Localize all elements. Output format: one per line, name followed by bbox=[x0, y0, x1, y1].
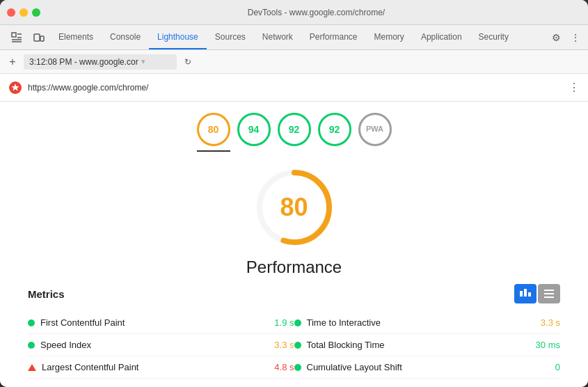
svg-rect-0 bbox=[12, 33, 16, 37]
toggle-list-view[interactable] bbox=[538, 284, 560, 303]
metrics-title: Metrics bbox=[28, 288, 65, 300]
metric-value-tbt: 30 ms bbox=[536, 340, 560, 350]
window-title: DevTools - www.google.com/chrome/ bbox=[51, 8, 581, 17]
tab-security[interactable]: Security bbox=[470, 25, 517, 49]
metric-name-cls: Cumulative Layout Shift bbox=[307, 362, 550, 372]
metric-name-tbt: Total Blocking Time bbox=[307, 340, 530, 350]
score-tab-pwa[interactable]: PWA bbox=[358, 113, 392, 152]
metric-value-cls: 0 bbox=[555, 362, 560, 372]
performance-gauge: 80 bbox=[253, 166, 336, 249]
metric-value-fcp: 1.9 s bbox=[274, 317, 294, 328]
score-tab-bar: 80 94 92 92 bbox=[0, 102, 588, 152]
metric-name-fcp: First Contentful Paint bbox=[40, 317, 269, 328]
tab-elements[interactable]: Elements bbox=[50, 25, 102, 49]
score-circle-pwa: PWA bbox=[358, 113, 392, 146]
maximize-button[interactable] bbox=[32, 8, 40, 17]
score-tab-1[interactable]: 94 bbox=[237, 113, 271, 152]
tab-performance[interactable]: Performance bbox=[301, 25, 366, 49]
metric-name-lcp: Largest Contentful Paint bbox=[42, 362, 269, 372]
metric-name-si: Speed Index bbox=[40, 340, 269, 350]
score-tab-2[interactable]: 92 bbox=[278, 113, 311, 152]
svg-rect-8 bbox=[528, 292, 531, 297]
devtools-tab-bar: Elements Console Lighthouse Sources Netw… bbox=[0, 25, 588, 50]
metric-value-si: 3.3 s bbox=[274, 340, 294, 350]
metrics-header: Metrics bbox=[28, 284, 560, 303]
score-tab-0[interactable]: 80 bbox=[197, 113, 230, 152]
score-circle-3: 92 bbox=[318, 113, 351, 146]
tab-memory[interactable]: Memory bbox=[366, 25, 413, 49]
tab-application[interactable]: Application bbox=[413, 25, 470, 49]
traffic-lights bbox=[7, 8, 40, 17]
metric-row-fcp: First Contentful Paint 1.9 s bbox=[28, 312, 294, 334]
gauge-score-value: 80 bbox=[280, 193, 308, 222]
performance-title: Performance bbox=[246, 258, 342, 277]
view-toggle bbox=[514, 284, 560, 303]
minimize-button[interactable] bbox=[19, 8, 28, 17]
tab-right-actions: ⚙ ⋮ bbox=[543, 25, 588, 49]
svg-rect-6 bbox=[520, 291, 523, 297]
tab-sources[interactable]: Sources bbox=[207, 25, 254, 49]
svg-rect-1 bbox=[34, 34, 40, 41]
performance-section: 80 Performance bbox=[0, 152, 588, 284]
svg-rect-7 bbox=[524, 289, 527, 297]
metric-row-lcp: Largest Contentful Paint 4.8 s bbox=[28, 356, 294, 379]
metric-value-tti: 3.3 s bbox=[541, 317, 560, 328]
tab-network[interactable]: Network bbox=[254, 25, 301, 49]
metric-indicator-lcp bbox=[28, 364, 36, 371]
metric-name-tti: Time to Interactive bbox=[307, 317, 535, 328]
tab-lighthouse[interactable]: Lighthouse bbox=[149, 25, 207, 49]
lh-menu-button[interactable]: ⋮ bbox=[569, 81, 580, 94]
toggle-bar-view[interactable] bbox=[514, 284, 537, 303]
current-url: https://www.google.com/chrome/ bbox=[28, 83, 563, 93]
score-tab-3[interactable]: 92 bbox=[318, 113, 351, 152]
metric-dot-tbt bbox=[294, 342, 301, 349]
score-circle-performance: 80 bbox=[197, 113, 230, 146]
svg-rect-9 bbox=[544, 290, 554, 291]
metric-row-tbt: Total Blocking Time 30 ms bbox=[294, 334, 561, 356]
metric-row-tti: Time to Interactive 3.3 s bbox=[294, 312, 561, 334]
url-field[interactable]: 3:12:08 PM - www.google.cor ▾ bbox=[24, 54, 177, 70]
metric-value-lcp: 4.8 s bbox=[274, 362, 294, 372]
metrics-section: Metrics bbox=[0, 284, 588, 387]
close-button[interactable] bbox=[7, 8, 15, 17]
metrics-grid: First Contentful Paint 1.9 s Speed Index… bbox=[28, 312, 560, 379]
svg-rect-2 bbox=[40, 36, 44, 41]
metric-dot-fcp bbox=[28, 319, 35, 326]
address-bar: + 3:12:08 PM - www.google.cor ▾ ↻ bbox=[0, 50, 588, 74]
bar-chart-icon bbox=[520, 289, 531, 299]
title-bar: DevTools - www.google.com/chrome/ bbox=[0, 0, 588, 25]
metric-dot-si bbox=[28, 342, 35, 349]
score-circle-2: 92 bbox=[278, 113, 311, 146]
list-icon bbox=[544, 289, 554, 299]
main-content: 80 94 92 92 bbox=[0, 102, 588, 387]
lighthouse-favicon bbox=[8, 81, 22, 95]
device-icon bbox=[28, 25, 50, 49]
lh-url-header: https://www.google.com/chrome/ ⋮ bbox=[0, 74, 588, 102]
metric-row-cls: Cumulative Layout Shift 0 bbox=[294, 356, 561, 379]
svg-rect-10 bbox=[544, 293, 554, 294]
score-circle-1: 94 bbox=[237, 113, 271, 146]
metric-dot-cls bbox=[294, 364, 301, 371]
metric-row-si: Speed Index 3.3 s bbox=[28, 334, 294, 356]
settings-icon[interactable]: ⚙ bbox=[549, 31, 563, 45]
more-options-icon[interactable]: ⋮ bbox=[569, 31, 582, 45]
metric-dot-tti bbox=[294, 319, 301, 326]
devtools-window: DevTools - www.google.com/chrome/ Elemen… bbox=[0, 0, 588, 387]
tab-console[interactable]: Console bbox=[102, 25, 149, 49]
inspect-icon bbox=[6, 25, 28, 49]
refresh-button[interactable]: ↻ bbox=[181, 55, 195, 69]
svg-rect-11 bbox=[544, 297, 554, 298]
add-tab-button[interactable]: + bbox=[6, 55, 19, 69]
